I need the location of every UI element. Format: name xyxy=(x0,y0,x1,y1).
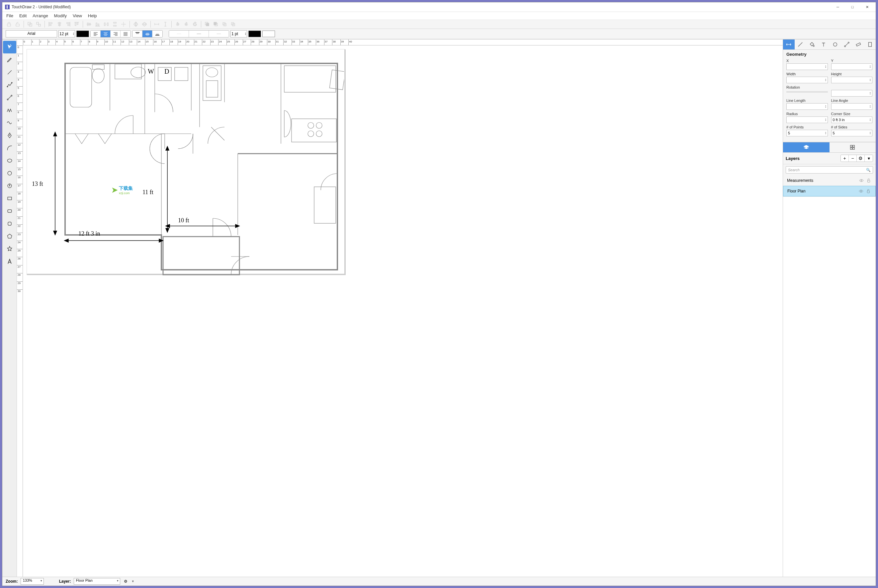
floorplan-drawing[interactable] xyxy=(45,57,344,276)
align-left-icon[interactable] xyxy=(48,21,54,27)
align-right-button[interactable] xyxy=(111,30,120,37)
valign-middle-button[interactable] xyxy=(143,30,152,37)
rotate-left-icon[interactable] xyxy=(174,21,181,27)
rotate-right-icon[interactable] xyxy=(183,21,189,27)
menu-file[interactable]: File xyxy=(6,13,13,18)
font-size-select[interactable]: 12 pt▴▾ xyxy=(59,30,75,38)
font-select[interactable]: Arial xyxy=(6,30,57,38)
layer-settings-button[interactable]: ⚙ xyxy=(857,155,865,162)
minimize-button[interactable]: ─ xyxy=(833,4,842,10)
distribute-v-icon[interactable] xyxy=(111,21,118,27)
geo-linelength-input[interactable]: ▴▾ xyxy=(786,103,828,110)
chevron-down-icon[interactable]: ▼ xyxy=(131,580,134,583)
rotation-slider[interactable] xyxy=(786,91,828,93)
layer-select[interactable]: Floor Plan xyxy=(74,578,120,585)
arc-tool[interactable] xyxy=(3,142,16,154)
forward-icon[interactable] xyxy=(221,21,228,27)
valign-top-button[interactable] xyxy=(132,30,143,37)
zoom-select[interactable]: 133% xyxy=(21,578,44,585)
align-justify-button[interactable] xyxy=(120,30,131,37)
group-icon[interactable] xyxy=(27,21,33,27)
pen-tool[interactable] xyxy=(3,129,16,142)
tab-ruler[interactable] xyxy=(852,39,864,50)
flip-h-icon[interactable] xyxy=(132,21,139,27)
roundsquare-tool[interactable] xyxy=(3,218,16,230)
layer-dropdown-button[interactable]: ▾ xyxy=(865,155,873,162)
unlock-icon[interactable] xyxy=(14,21,21,27)
tab-geometry[interactable] xyxy=(783,39,795,50)
layer-item-measurements[interactable]: Measurements xyxy=(783,176,876,186)
geo-lineangle-input[interactable]: ▴▾ xyxy=(831,103,873,110)
tab-connector[interactable] xyxy=(841,39,852,50)
stroke-thin-button[interactable] xyxy=(169,30,189,37)
geo-cornersize-input[interactable]: 0 ft 3 in▴▾ xyxy=(831,117,873,123)
polygon-tool[interactable] xyxy=(3,230,16,243)
close-button[interactable]: ✕ xyxy=(862,4,872,10)
align-middle-icon[interactable] xyxy=(86,21,92,27)
pencil-tool[interactable] xyxy=(3,53,16,66)
geo-rotation-input[interactable]: ▴▾ xyxy=(831,90,873,96)
select-tool[interactable] xyxy=(3,41,16,53)
add-layer-button[interactable]: + xyxy=(841,155,849,162)
tab-stroke[interactable] xyxy=(795,39,806,50)
center-icon[interactable] xyxy=(120,21,127,27)
align-center-button[interactable] xyxy=(101,30,111,37)
roundrect-tool[interactable] xyxy=(3,205,16,218)
star-tool[interactable] xyxy=(3,243,16,255)
menu-modify[interactable]: Modify xyxy=(54,13,67,18)
tab-fill[interactable] xyxy=(806,39,818,50)
spacing-h-icon[interactable] xyxy=(153,21,160,27)
eye-icon[interactable] xyxy=(858,178,864,183)
eye-icon[interactable] xyxy=(858,189,864,194)
fill-color-swatch[interactable] xyxy=(262,30,275,37)
connector-tool[interactable] xyxy=(3,91,16,104)
backward-icon[interactable] xyxy=(230,21,236,27)
wave-tool[interactable] xyxy=(3,117,16,129)
stroke-thick-button[interactable] xyxy=(209,30,229,37)
tab-info[interactable] xyxy=(864,39,876,50)
layer-search[interactable]: Search 🔍 xyxy=(786,166,873,174)
align-center-icon[interactable] xyxy=(56,21,63,27)
stroke-color-swatch[interactable] xyxy=(248,30,261,37)
menu-edit[interactable]: Edit xyxy=(19,13,27,18)
align-top-icon[interactable] xyxy=(74,21,80,27)
line-tool[interactable] xyxy=(3,66,16,79)
tab-shadow[interactable] xyxy=(830,39,841,50)
menu-help[interactable]: Help xyxy=(88,13,97,18)
align-left-button[interactable] xyxy=(91,30,101,37)
rect-tool[interactable] xyxy=(3,192,16,205)
tab-layers[interactable] xyxy=(783,142,830,152)
bring-front-icon[interactable] xyxy=(204,21,210,27)
align-right-icon[interactable] xyxy=(65,21,71,27)
geo-x-input[interactable]: ▴▾ xyxy=(786,63,828,70)
geo-width-input[interactable]: ▴▾ xyxy=(786,76,828,83)
menu-arrange[interactable]: Arrange xyxy=(33,13,48,18)
lock-icon[interactable] xyxy=(865,189,871,194)
spacing-v-icon[interactable] xyxy=(162,21,169,27)
lock-icon[interactable] xyxy=(6,21,12,27)
polyline-tool[interactable] xyxy=(3,79,16,91)
text-color-swatch[interactable] xyxy=(77,30,89,37)
stroke-solid-button[interactable] xyxy=(189,30,209,37)
ungroup-icon[interactable] xyxy=(35,21,42,27)
geo-radius-input[interactable]: ▴▾ xyxy=(786,117,828,123)
rotate-icon[interactable] xyxy=(192,21,198,27)
geo-sides-input[interactable]: 5▴▾ xyxy=(831,130,873,136)
zigzag-tool[interactable] xyxy=(3,104,16,117)
pie-tool[interactable] xyxy=(3,180,16,192)
maximize-button[interactable]: □ xyxy=(848,4,857,10)
canvas[interactable]: 13 ft 11 ft 10 ft 12 ft 3 in W D ➤ 下载集xz… xyxy=(23,45,783,577)
stroke-width-select[interactable]: 1 pt▴▾ xyxy=(230,30,247,38)
align-bottom-icon[interactable] xyxy=(94,21,101,27)
lock-icon[interactable] xyxy=(866,178,872,183)
settings-icon[interactable]: ⚙ xyxy=(123,578,129,584)
text-tool[interactable] xyxy=(3,255,16,268)
flip-v-icon[interactable] xyxy=(141,21,148,27)
send-back-icon[interactable] xyxy=(212,21,219,27)
tab-library[interactable] xyxy=(830,142,876,152)
ellipse-tool[interactable] xyxy=(3,154,16,167)
remove-layer-button[interactable]: − xyxy=(849,155,857,162)
distribute-h-icon[interactable] xyxy=(103,21,110,27)
circle-tool[interactable] xyxy=(3,167,16,180)
geo-y-input[interactable]: ▴▾ xyxy=(831,63,873,70)
